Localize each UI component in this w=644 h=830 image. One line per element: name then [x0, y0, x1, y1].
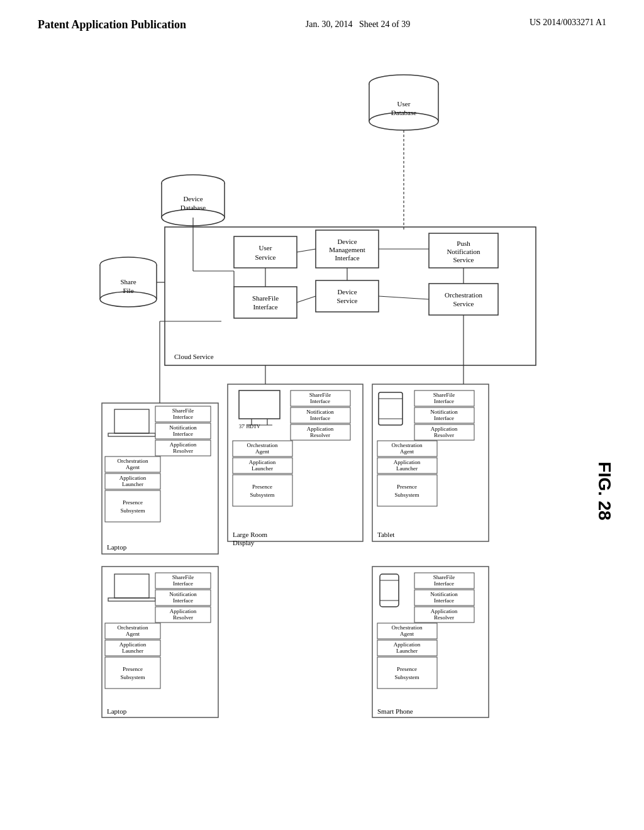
- svg-text:ShareFile: ShareFile: [172, 574, 194, 580]
- svg-text:Large Room: Large Room: [233, 531, 268, 538]
- svg-text:FIG. 28: FIG. 28: [595, 462, 614, 521]
- svg-text:Agent: Agent: [126, 464, 140, 470]
- svg-rect-71: [105, 473, 160, 489]
- svg-rect-105: [379, 392, 402, 425]
- svg-text:Interface: Interface: [173, 597, 193, 604]
- svg-point-0: [369, 75, 438, 92]
- svg-text:Presence: Presence: [397, 666, 417, 672]
- svg-text:Presence: Presence: [123, 499, 143, 506]
- svg-text:Agent: Agent: [400, 448, 414, 455]
- svg-text:ShareFile: ShareFile: [309, 392, 331, 398]
- svg-text:Notification: Notification: [169, 424, 197, 431]
- svg-rect-146: [377, 657, 437, 689]
- svg-text:Agent: Agent: [126, 631, 140, 637]
- svg-text:Launcher: Launcher: [122, 648, 143, 654]
- svg-text:Subsystem: Subsystem: [120, 507, 145, 514]
- svg-text:Database: Database: [391, 109, 416, 116]
- svg-text:Resolver: Resolver: [434, 614, 454, 621]
- svg-rect-30: [429, 233, 498, 268]
- svg-text:Interface: Interface: [335, 254, 359, 262]
- svg-rect-137: [414, 607, 474, 622]
- svg-text:Cloud Service: Cloud Service: [174, 353, 214, 360]
- svg-text:Notification: Notification: [306, 409, 334, 415]
- svg-rect-97: [233, 458, 292, 473]
- svg-text:Service: Service: [453, 300, 474, 307]
- svg-rect-123: [377, 475, 437, 506]
- svg-text:Orchestration: Orchestration: [445, 291, 482, 299]
- svg-text:Push: Push: [457, 240, 470, 247]
- patent-number: US 2014/0033271 A1: [530, 18, 606, 28]
- svg-rect-143: [377, 640, 437, 656]
- svg-text:User: User: [259, 244, 272, 252]
- svg-text:Database: Database: [180, 204, 206, 211]
- svg-text:Service: Service: [453, 256, 474, 263]
- svg-point-4: [369, 113, 438, 130]
- svg-text:ShareFile: ShareFile: [433, 574, 455, 580]
- svg-rect-21: [165, 227, 536, 365]
- svg-text:Resolver: Resolver: [434, 432, 454, 438]
- svg-text:Smart Phone: Smart Phone: [377, 707, 413, 715]
- svg-text:ShareFile: ShareFile: [252, 294, 279, 302]
- svg-text:User: User: [397, 100, 411, 108]
- svg-text:Share: Share: [120, 278, 136, 285]
- svg-text:Resolver: Resolver: [173, 614, 193, 621]
- svg-rect-62: [155, 423, 211, 439]
- svg-point-18: [162, 209, 225, 226]
- svg-text:Launcher: Launcher: [122, 481, 143, 487]
- svg-text:Notification: Notification: [430, 591, 458, 597]
- svg-text:Interface: Interface: [434, 597, 454, 604]
- svg-rect-128: [380, 574, 399, 607]
- svg-rect-151: [114, 574, 149, 598]
- svg-text:Interface: Interface: [310, 398, 330, 404]
- svg-text:Resolver: Resolver: [173, 448, 193, 454]
- page-header: Patent Application Publication Jan. 30, …: [0, 0, 644, 38]
- svg-rect-85: [291, 390, 350, 406]
- svg-text:Application: Application: [394, 641, 421, 648]
- svg-rect-59: [155, 406, 211, 422]
- svg-text:ShareFile: ShareFile: [433, 392, 455, 398]
- publication-title: Patent Application Publication: [38, 18, 186, 32]
- svg-rect-159: [155, 607, 211, 622]
- svg-text:Notification: Notification: [430, 409, 458, 415]
- svg-rect-55: [102, 403, 218, 554]
- svg-text:Subsystem: Subsystem: [394, 674, 419, 680]
- svg-rect-134: [414, 590, 474, 606]
- svg-text:Application: Application: [249, 459, 276, 465]
- svg-text:Presence: Presence: [123, 666, 143, 672]
- svg-text:Interface: Interface: [173, 580, 193, 587]
- svg-text:Launcher: Launcher: [396, 648, 418, 654]
- svg-rect-126: [372, 567, 489, 717]
- svg-text:Interface: Interface: [434, 398, 454, 404]
- svg-point-14: [162, 175, 225, 191]
- svg-text:37' HDTV: 37' HDTV: [239, 424, 260, 429]
- svg-text:Display: Display: [233, 539, 255, 546]
- diagram-area: User Database Share File Device Database…: [83, 51, 624, 774]
- svg-text:Notification: Notification: [447, 248, 480, 255]
- svg-line-51: [379, 296, 429, 299]
- sheet-info: Sheet 24 of 39: [359, 19, 410, 29]
- svg-point-11: [100, 292, 157, 307]
- svg-text:Resolver: Resolver: [310, 432, 330, 438]
- svg-text:Tablet: Tablet: [377, 531, 394, 538]
- svg-text:Device: Device: [337, 238, 357, 245]
- svg-text:Subsystem: Subsystem: [250, 492, 274, 498]
- svg-rect-168: [105, 657, 160, 689]
- svg-text:Device: Device: [337, 288, 357, 296]
- svg-text:Presence: Presence: [397, 484, 417, 490]
- diagram-svg: User Database Share File Device Database…: [83, 51, 624, 774]
- svg-rect-114: [414, 424, 474, 440]
- svg-text:Subsystem: Subsystem: [394, 492, 419, 498]
- svg-rect-131: [414, 573, 474, 589]
- svg-text:Application: Application: [170, 608, 197, 614]
- svg-line-50: [297, 296, 316, 302]
- svg-text:Interface: Interface: [434, 415, 454, 421]
- svg-rect-8: [100, 265, 157, 299]
- svg-text:Interface: Interface: [253, 303, 277, 311]
- svg-rect-108: [414, 390, 474, 406]
- svg-point-7: [100, 257, 157, 272]
- svg-line-48: [297, 249, 316, 252]
- svg-text:Application: Application: [119, 475, 147, 481]
- svg-text:Orchestration: Orchestration: [392, 624, 423, 631]
- header-meta: Jan. 30, 2014 Sheet 24 of 39: [306, 18, 410, 31]
- svg-text:ShareFile: ShareFile: [172, 407, 194, 414]
